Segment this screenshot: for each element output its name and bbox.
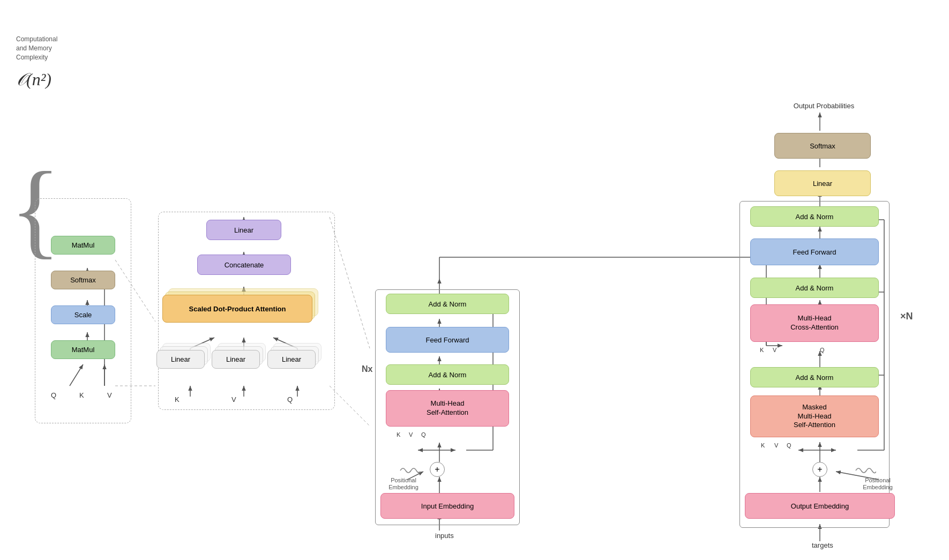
k-mid-label: K xyxy=(175,395,180,404)
mh-self-attn-box: Multi-HeadSelf-Attention xyxy=(386,390,509,427)
concatenate-box: Concatenate xyxy=(197,255,291,275)
q-mid-label: Q xyxy=(287,395,293,404)
add-norm-enc-top-label: Add & Norm xyxy=(429,300,467,308)
output-embedding-box: Output Embedding xyxy=(745,493,895,519)
matmul-bot-label: MatMul xyxy=(72,346,95,354)
softmax-left-label: Softmax xyxy=(70,276,96,284)
scaled-dot-label: Scaled Dot-Product Attention xyxy=(189,305,286,313)
complexity-label: Computationaland MemoryComplexity xyxy=(16,35,57,62)
svg-line-24 xyxy=(330,217,370,348)
feed-forward-enc-box: Feed Forward xyxy=(386,327,509,353)
add-norm-dec-2-label: Add & Norm xyxy=(796,284,834,292)
linear-mha-box: Linear xyxy=(206,220,281,240)
add-norm-dec-3-label: Add & Norm xyxy=(796,374,834,382)
linear-q-label: Linear xyxy=(282,355,301,363)
diagram-container: Computationaland MemoryComplexity 𝒪(n²) … xyxy=(0,0,949,560)
input-embedding-label: Input Embedding xyxy=(421,502,474,510)
pos-emb-enc xyxy=(394,465,426,477)
enc-v-label: V xyxy=(409,431,413,438)
dec-cross-v-label: V xyxy=(773,347,776,353)
svg-line-25 xyxy=(330,386,370,426)
masked-mh-label: MaskedMulti-HeadSelf-Attention xyxy=(794,403,835,430)
matmul-top-label: MatMul xyxy=(72,241,95,249)
add-norm-dec-2-box: Add & Norm xyxy=(750,278,879,298)
input-embedding-box: Input Embedding xyxy=(380,493,514,519)
q-label: Q xyxy=(51,391,56,399)
linear-dec-box: Linear xyxy=(774,170,871,196)
scaled-dot-box: Scaled Dot-Product Attention xyxy=(162,295,312,323)
masked-mh-box: MaskedMulti-HeadSelf-Attention xyxy=(750,395,879,437)
linear-dec-label: Linear xyxy=(813,180,832,188)
add-norm-enc-bot-label: Add & Norm xyxy=(429,371,467,379)
linear-v-label: Linear xyxy=(226,355,245,363)
mh-self-attn-label: Multi-HeadSelf-Attention xyxy=(427,399,468,417)
feed-forward-dec-box: Feed Forward xyxy=(750,238,879,265)
scale-label: Scale xyxy=(74,311,92,319)
inputs-label: inputs xyxy=(435,532,454,540)
feed-forward-enc-label: Feed Forward xyxy=(426,336,469,344)
pos-emb-dec-label: PositionalEmbedding xyxy=(856,477,899,491)
mh-cross-attn-label: Multi-HeadCross-Attention xyxy=(790,314,839,332)
linear-mha-label: Linear xyxy=(234,226,253,234)
pos-emb-enc-label: PositionalEmbedding xyxy=(385,477,422,491)
pos-emb-dec xyxy=(855,465,876,477)
plus-dec: + xyxy=(812,462,827,477)
dec-cross-k-label: K xyxy=(760,347,764,353)
scale-box: Scale xyxy=(51,305,115,324)
linear-k-label: Linear xyxy=(171,355,190,363)
softmax-dec-box: Softmax xyxy=(774,133,871,159)
enc-k-label: K xyxy=(397,431,400,438)
add-norm-enc-bot-box: Add & Norm xyxy=(386,364,509,385)
add-norm-dec-3-box: Add & Norm xyxy=(750,367,879,387)
dec-self-v-label: V xyxy=(774,442,778,449)
targets-label: targets xyxy=(812,541,833,549)
softmax-left-box: Softmax xyxy=(51,271,115,289)
matmul-bot-box: MatMul xyxy=(51,340,115,359)
linear-q-box: Linear xyxy=(267,350,316,369)
enc-q-label: Q xyxy=(421,431,426,438)
complexity-formula: 𝒪(n²) xyxy=(16,70,51,89)
v-label: V xyxy=(107,391,112,399)
dec-self-q-label: Q xyxy=(787,442,791,449)
v-mid-label: V xyxy=(231,395,236,404)
dec-self-k-label: K xyxy=(761,442,765,449)
softmax-dec-label: Softmax xyxy=(810,142,835,150)
output-embedding-label: Output Embedding xyxy=(791,502,849,510)
add-norm-enc-top-box: Add & Norm xyxy=(386,294,509,314)
dec-cross-q-label: Q xyxy=(820,347,825,353)
add-norm-dec-top-box: Add & Norm xyxy=(750,206,879,227)
add-norm-dec-top-label: Add & Norm xyxy=(796,213,834,221)
feed-forward-dec-label: Feed Forward xyxy=(793,248,836,256)
plus-enc: + xyxy=(430,462,445,477)
k-label: K xyxy=(79,391,84,399)
linear-v-box: Linear xyxy=(212,350,260,369)
nx-decoder-label: ×N xyxy=(900,311,913,322)
nx-encoder-label: Nx xyxy=(362,364,372,374)
output-prob-label: Output Probabilities xyxy=(777,102,871,110)
mh-cross-attn-box: Multi-HeadCross-Attention xyxy=(750,304,879,342)
matmul-top-box: MatMul xyxy=(51,236,115,255)
concatenate-label: Concatenate xyxy=(225,261,264,269)
linear-k-box: Linear xyxy=(156,350,205,369)
